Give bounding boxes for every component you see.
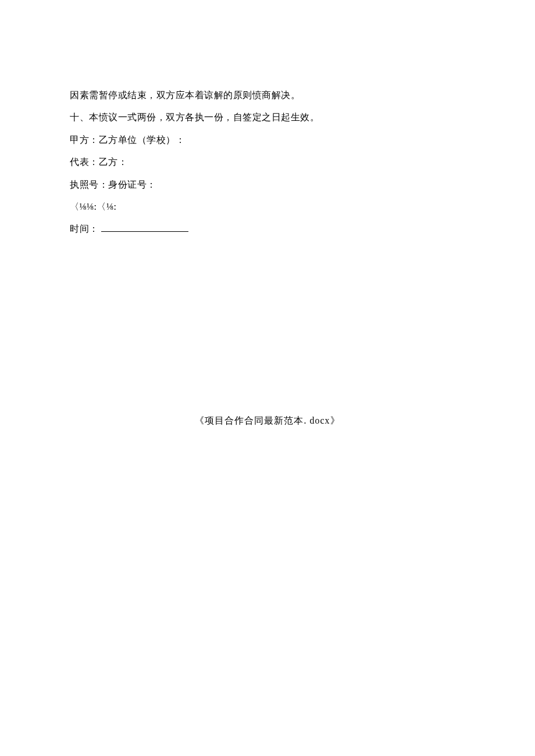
representative-line: 代表：乙方：	[70, 151, 465, 173]
document-filename-title: 《项目合作合同最新范本. docx》	[70, 415, 465, 427]
time-line: 时间：	[70, 218, 465, 240]
symbol-line: 〈⅛⅛:〈⅛:	[70, 196, 465, 218]
paragraph-line: 十、本愤议一式两份，双方各执一份，自签定之日起生效。	[70, 106, 465, 128]
document-page: 因素需暂停或结束，双方应本着谅解的原则愤商解决。 十、本愤议一式两份，双方各执一…	[0, 0, 535, 427]
time-blank-underline	[101, 223, 188, 232]
time-label: 时间：	[70, 224, 99, 234]
party-line: 甲方：乙方单位（学校）：	[70, 129, 465, 151]
license-line: 执照号：身份证号：	[70, 174, 465, 196]
paragraph-line: 因素需暂停或结束，双方应本着谅解的原则愤商解决。	[70, 84, 465, 106]
